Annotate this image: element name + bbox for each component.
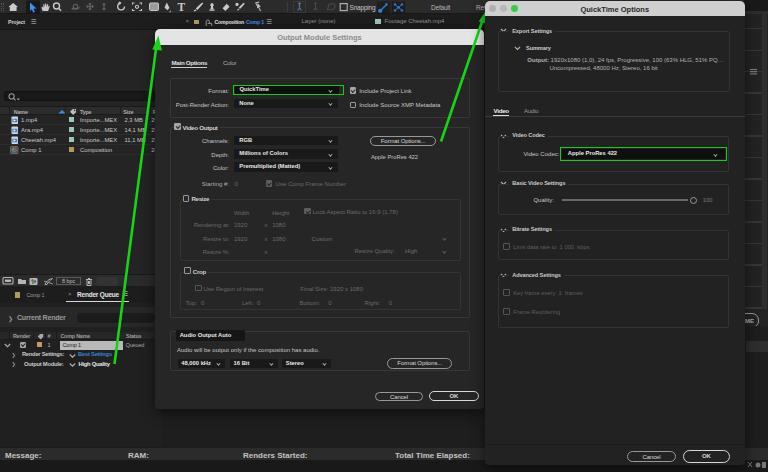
- svg-text:Default: Default: [431, 4, 451, 11]
- svg-text:Snapping: Snapping: [350, 4, 376, 12]
- svg-text:T: T: [178, 1, 186, 13]
